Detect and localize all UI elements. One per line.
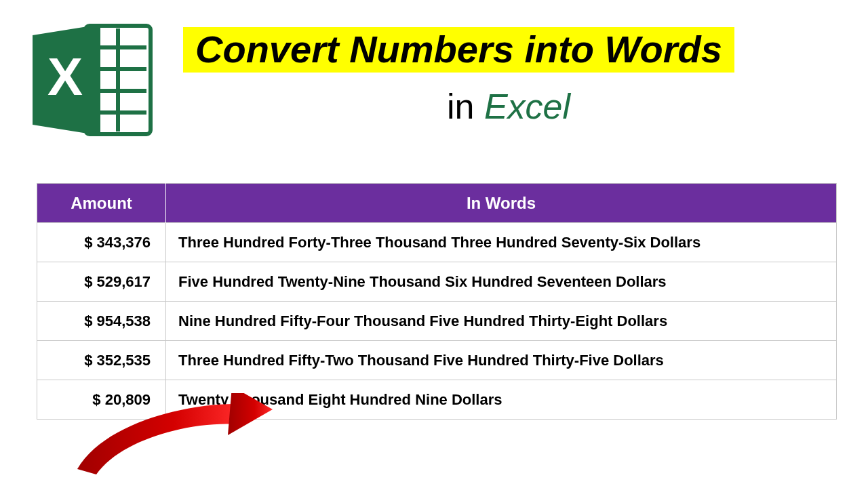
cell-words: Five Hundred Twenty-Nine Thousand Six Hu… bbox=[166, 262, 837, 302]
table-header-row: Amount In Words bbox=[37, 184, 837, 223]
page-title: Convert Numbers into Words bbox=[183, 27, 734, 73]
table-row: $ 343,376 Three Hundred Forty-Three Thou… bbox=[37, 223, 837, 262]
table-row: $ 20,809 Twenty Thousand Eight Hundred N… bbox=[37, 380, 837, 420]
table-row: $ 352,535 Three Hundred Fifty-Two Thousa… bbox=[37, 341, 837, 380]
subtitle-app: Excel bbox=[484, 87, 570, 126]
table-row: $ 954,538 Nine Hundred Fifty-Four Thousa… bbox=[37, 302, 837, 341]
cell-amount: $ 352,535 bbox=[37, 341, 166, 380]
cell-amount: $ 343,376 bbox=[37, 223, 166, 262]
page-subtitle: in Excel bbox=[183, 86, 834, 127]
cell-amount: $ 529,617 bbox=[37, 262, 166, 302]
cell-words: Nine Hundred Fifty-Four Thousand Five Hu… bbox=[166, 302, 837, 341]
cell-amount: $ 954,538 bbox=[37, 302, 166, 341]
amount-table: Amount In Words $ 343,376 Three Hundred … bbox=[37, 183, 837, 420]
header-amount: Amount bbox=[37, 184, 166, 223]
cell-words: Three Hundred Fifty-Two Thousand Five Hu… bbox=[166, 341, 837, 380]
table-row: $ 529,617 Five Hundred Twenty-Nine Thous… bbox=[37, 262, 837, 302]
title-block: Convert Numbers into Words in Excel bbox=[183, 27, 834, 127]
subtitle-in: in bbox=[447, 87, 484, 126]
cell-words: Twenty Thousand Eight Hundred Nine Dolla… bbox=[166, 380, 837, 420]
cell-words: Three Hundred Forty-Three Thousand Three… bbox=[166, 223, 837, 262]
header-in-words: In Words bbox=[166, 184, 837, 223]
excel-icon-letter: X bbox=[47, 47, 83, 106]
excel-icon: X bbox=[27, 19, 156, 141]
cell-amount: $ 20,809 bbox=[37, 380, 166, 420]
